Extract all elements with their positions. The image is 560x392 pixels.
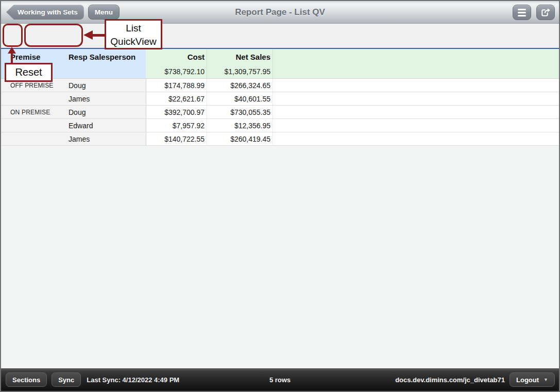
annotation-arrow-line [92,34,105,37]
cell-cost: $140,722.55 [146,132,207,145]
column-header-salesperson: Resp Salesperson [68,49,146,65]
table-row[interactable]: James $140,722.55 $260,419.45 [1,132,559,146]
menu-button[interactable]: Menu [88,5,120,20]
cell-salesperson: Edward [68,119,146,132]
total-net-sales: $1,309,757.95 [207,65,273,78]
column-header-cost: Cost [146,49,207,65]
cell-salesperson: Doug [68,79,146,92]
table-totals-row: $738,792.10 $1,309,757.95 [1,65,559,79]
table-row[interactable]: OFF PREMISE Doug $174,788.99 $266,324.65 [1,79,559,92]
annotation-arrow-left-icon [83,30,93,40]
cell-premise: ON PREMISE [1,106,68,118]
table-row[interactable]: Edward $7,957.92 $12,356.95 [1,119,559,132]
table-row[interactable]: ON PREMISE Doug $392,700.97 $730,055.35 [1,106,559,119]
cell-net-sales: $12,356.95 [207,119,273,132]
column-header-filler [273,49,559,65]
bottom-bar: Sections Sync Last Sync: 4/12/2022 4:49 … [1,368,559,391]
cell-cost: $7,957.92 [146,119,207,132]
total-cost: $738,792.10 [146,65,207,78]
cell-premise [1,119,68,132]
caret-down-icon[interactable]: ▼ [544,377,548,382]
top-bar: Working with Sets Menu Report Page - Lis… [1,1,559,24]
share-icon [539,6,552,19]
cell-salesperson: Doug [68,106,146,118]
page-title: Report Page - List QV [1,7,559,18]
cell-net-sales: $266,324.65 [207,79,273,92]
list-menu-button[interactable] [513,5,531,20]
hamburger-icon [518,9,526,16]
back-button[interactable]: Working with Sets [6,5,84,20]
top-bar-actions [513,5,555,20]
cell-net-sales: $260,419.45 [207,132,273,145]
sections-button[interactable]: Sections [6,372,47,387]
cell-salesperson: James [68,92,146,105]
bottom-bar-right: docs.dev.dimins.com/jc_divetab71 Logout … [395,372,555,387]
cell-net-sales: $40,601.55 [207,92,273,105]
table-header-row: Premise Resp Salesperson Cost Net Sales [1,48,559,65]
share-button[interactable] [536,5,555,20]
annotation-arrow-line-vertical [11,53,13,63]
cell-net-sales: $730,055.35 [207,106,273,118]
sync-button[interactable]: Sync [52,372,81,387]
row-count: 5 rows [269,376,291,384]
logout-label: Logout [516,376,539,384]
cell-cost: $22,621.67 [146,92,207,105]
cell-premise [1,92,68,105]
cell-salesperson: James [68,132,146,145]
cell-premise: OFF PREMISE [1,79,68,92]
server-address: docs.dev.dimins.com/jc_divetab71 [395,376,505,384]
cell-cost: $392,700.97 [146,106,207,118]
cell-cost: $174,788.99 [146,79,207,92]
cell-premise [1,132,68,145]
app-window: Working with Sets Menu Report Page - Lis… [0,0,560,392]
last-sync-status: Last Sync: 4/12/2022 4:49 PM [87,376,179,384]
column-header-net-sales: Net Sales [207,49,273,65]
table-row[interactable]: James $22,621.67 $40,601.55 [1,92,559,106]
logout-button[interactable]: Logout ▼ [510,372,555,387]
report-table: Premise Resp Salesperson Cost Net Sales … [1,48,559,146]
